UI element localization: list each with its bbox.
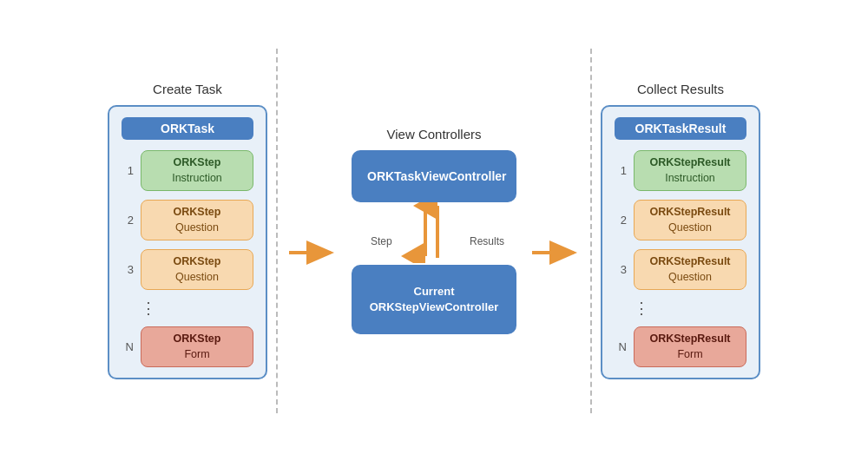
- divider-right: [590, 49, 592, 413]
- divider-left: [276, 49, 278, 413]
- step-row-2: 2 ORKStepQuestion: [122, 200, 253, 240]
- view-controllers-title: View Controllers: [387, 127, 482, 142]
- arrow-left-icon: [287, 240, 338, 265]
- step-down-arrow-icon: [399, 202, 460, 263]
- view-controllers-column: View Controllers ORKTaskViewController: [339, 127, 529, 334]
- collect-results-title: Collect Results: [637, 82, 724, 96]
- create-task-title: Create Task: [153, 82, 222, 96]
- result-box-2: ORKStepResultQuestion: [634, 200, 746, 240]
- orktask-box: ORKTask 1 ORKStepInstruction 2 ORKStepQu…: [108, 105, 267, 379]
- step-number-1: 1: [122, 164, 134, 177]
- result-row-1: 1 ORKStepResultInstruction: [615, 150, 746, 191]
- step-box-3: ORKStepQuestion: [141, 249, 253, 290]
- step-box-n: ORKStepForm: [141, 326, 253, 367]
- create-task-column: Create Task ORKTask 1 ORKStepInstruction…: [108, 82, 267, 379]
- diagram: Create Task ORKTask 1 ORKStepInstruction…: [17, 14, 851, 448]
- result-box-1: ORKStepResultInstruction: [634, 150, 746, 191]
- step-label: Step: [371, 235, 392, 247]
- result-number-2: 2: [615, 214, 627, 227]
- results-label: Results: [470, 235, 504, 247]
- step-dots-left: ⋮: [122, 300, 156, 316]
- orktaskresult-header: ORKTaskResult: [615, 117, 746, 140]
- task-vc-box: ORKTaskViewController: [352, 150, 516, 202]
- step-number-n: N: [122, 340, 134, 353]
- result-row-2: 2 ORKStepResultQuestion: [615, 200, 746, 240]
- result-box-n: ORKStepResultForm: [634, 326, 746, 367]
- result-number-3: 3: [615, 263, 627, 276]
- result-number-1: 1: [615, 164, 627, 177]
- collect-results-column: Collect Results ORKTaskResult 1 ORKStepR…: [601, 82, 760, 379]
- arrow-right-container: [529, 240, 582, 265]
- step-number-2: 2: [122, 214, 134, 227]
- step-row-3: 3 ORKStepQuestion: [122, 249, 253, 290]
- orktask-header: ORKTask: [122, 117, 253, 140]
- step-row-n: N ORKStepForm: [122, 326, 253, 367]
- step-number-3: 3: [122, 263, 134, 276]
- step-box-1: ORKStepInstruction: [141, 150, 253, 191]
- step-vc-box: CurrentORKStepViewController: [352, 265, 516, 334]
- step-box-2: ORKStepQuestion: [141, 200, 253, 240]
- step-dots-right: ⋮: [615, 300, 649, 316]
- orktaskresult-box: ORKTaskResult 1 ORKStepResultInstruction…: [601, 105, 760, 379]
- arrow-left-container: [286, 240, 339, 265]
- step-row-1: 1 ORKStepInstruction: [122, 150, 253, 191]
- result-number-n: N: [615, 340, 627, 353]
- vc-arrows-area: Step Results: [352, 202, 516, 265]
- result-row-3: 3 ORKStepResultQuestion: [615, 249, 746, 290]
- arrow-right-icon: [530, 240, 581, 265]
- result-box-3: ORKStepResultQuestion: [634, 249, 746, 290]
- result-row-n: N ORKStepResultForm: [615, 326, 746, 367]
